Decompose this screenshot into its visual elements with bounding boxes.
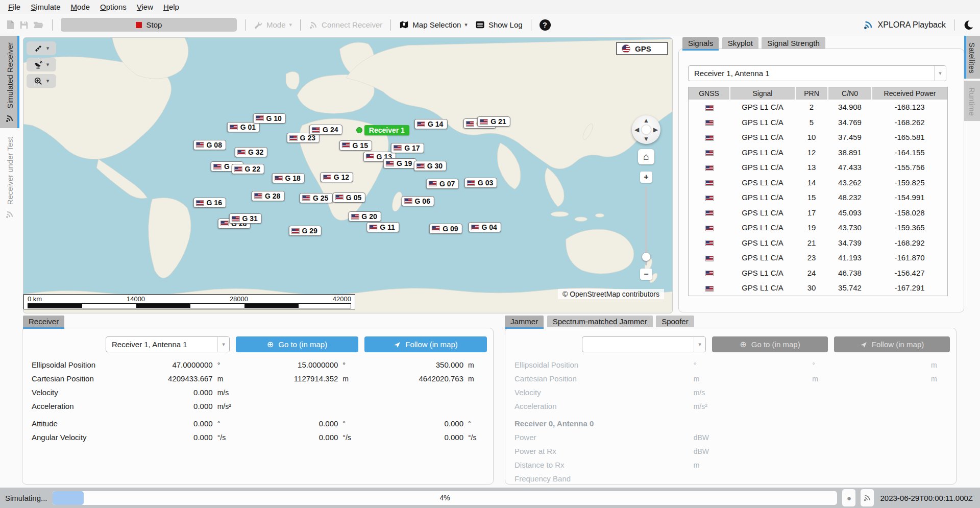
- signal-row[interactable]: GPS L1 C/A1238.891-164.155: [689, 145, 948, 160]
- new-file-icon[interactable]: [6, 20, 15, 30]
- signal-row[interactable]: GPS L1 C/A2134.739-168.292: [689, 235, 948, 251]
- satellite-marker[interactable]: G 31: [229, 213, 261, 224]
- signal-row[interactable]: GPS L1 C/A1745.093-158.028: [689, 205, 948, 221]
- satellite-marker[interactable]: G 05: [333, 192, 365, 203]
- satellite-marker[interactable]: G 32: [235, 147, 267, 157]
- signal-row[interactable]: GPS L1 C/A3035.742-167.291: [689, 280, 948, 296]
- pan-up-icon[interactable]: ▲: [643, 117, 649, 124]
- goto-in-map-button[interactable]: ⊕ Go to (in map): [236, 336, 358, 352]
- signal-row[interactable]: GPS L1 C/A1548.232-154.991: [689, 190, 948, 205]
- tab-receiver[interactable]: Receiver: [23, 316, 64, 327]
- record-button[interactable]: ●: [842, 489, 855, 506]
- signal-row[interactable]: GPS L1 C/A1347.433-155.756: [689, 160, 948, 175]
- tab-jammer[interactable]: Jammer: [505, 316, 544, 327]
- satellite-marker[interactable]: G 28: [252, 191, 284, 201]
- dark-mode-moon-icon[interactable]: [963, 19, 974, 31]
- menu-view[interactable]: View: [132, 1, 158, 13]
- signal-row[interactable]: GPS L1 C/A234.908-168.123: [689, 100, 948, 115]
- save-icon[interactable]: [19, 20, 29, 30]
- satellite-marker[interactable]: G 15: [339, 140, 372, 151]
- satellite-marker[interactable]: G 06: [402, 196, 434, 206]
- map-selection-button[interactable]: Map Selection ▾: [399, 20, 468, 30]
- signal-row[interactable]: GPS L1 C/A1943.730-159.365: [689, 220, 948, 235]
- rail-tab-satellites[interactable]: Satellites: [964, 36, 980, 79]
- satellite-marker[interactable]: G 07: [426, 179, 459, 189]
- zoom-in-button[interactable]: +: [640, 172, 652, 183]
- col-header-gnss[interactable]: GNSS: [689, 87, 730, 100]
- rail-tab-receiver-under-test[interactable]: Receiver under Test: [0, 130, 19, 224]
- tab-signal-strength[interactable]: Signal Strength: [762, 37, 825, 49]
- menu-help[interactable]: Help: [158, 1, 184, 13]
- connect-receiver-button[interactable]: Connect Receiver: [309, 20, 382, 30]
- simulated-receiver-icon: [5, 114, 14, 123]
- stop-button[interactable]: Stop: [61, 18, 237, 32]
- receiver-antenna-select[interactable]: Receiver 1, Antenna 1 ▾: [688, 65, 946, 81]
- help-icon[interactable]: ?: [540, 19, 551, 31]
- satellite-marker[interactable]: G 12: [321, 172, 353, 182]
- menu-file[interactable]: File: [3, 1, 26, 13]
- signal-row[interactable]: GPS L1 C/A1443.262-159.825: [689, 175, 948, 190]
- satellite-marker[interactable]: G 24: [309, 125, 342, 135]
- map-home-button[interactable]: ⌂: [638, 149, 654, 164]
- follow-in-map-button[interactable]: Follow (in map): [364, 336, 487, 352]
- signal-row[interactable]: GPS L1 C/A2446.738-156.427: [689, 265, 948, 281]
- receiver-select[interactable]: Receiver 1, Antenna 1 ▾: [106, 336, 230, 352]
- satellite-marker[interactable]: G 25: [300, 193, 332, 203]
- pan-left-icon[interactable]: ◀: [634, 127, 639, 133]
- jammer-goto-in-map-button[interactable]: ⊕ Go to (in map): [712, 336, 828, 352]
- world-map[interactable]: G 08G 16G 27G 26G 01G 31G 22G 32G 28G 10…: [23, 37, 673, 313]
- menu-options[interactable]: Options: [95, 1, 132, 13]
- dish-antenna-button[interactable]: ▾: [27, 58, 56, 71]
- zoom-out-button[interactable]: −: [640, 269, 652, 280]
- pan-right-icon[interactable]: ▶: [653, 127, 658, 133]
- rail-tab-runtime[interactable]: Runtime: [964, 81, 980, 121]
- rail-tab-simulated-receiver[interactable]: Simulated Receiver: [0, 36, 19, 128]
- tab-skyplot[interactable]: Skyplot: [722, 37, 758, 49]
- satellite-layer-button[interactable]: ▾: [27, 41, 56, 55]
- satellite-marker[interactable]: G 14: [414, 119, 447, 129]
- us-flag-icon: [335, 195, 344, 200]
- satellite-marker[interactable]: G 10: [253, 113, 286, 124]
- satellite-marker[interactable]: G 16: [193, 198, 226, 208]
- zoom-slider-handle[interactable]: [642, 252, 651, 261]
- satellite-marker[interactable]: G 03: [464, 178, 497, 188]
- satellite-marker[interactable]: G 17: [391, 143, 424, 153]
- menu-simulate[interactable]: Simulate: [26, 1, 65, 13]
- satellite-marker[interactable]: G 09: [429, 224, 462, 234]
- menu-mode[interactable]: Mode: [66, 1, 95, 13]
- signal-row[interactable]: GPS L1 C/A534.769-168.262: [689, 115, 948, 130]
- zoom-mode-button[interactable]: ▾: [27, 74, 56, 88]
- open-folder-icon[interactable]: [33, 20, 44, 29]
- satellite-marker[interactable]: G 04: [468, 222, 501, 232]
- satellite-marker[interactable]: G 22: [232, 164, 264, 174]
- satellite-marker[interactable]: G 18: [272, 173, 304, 183]
- satellite-marker[interactable]: G 01: [227, 122, 260, 132]
- satellite-marker[interactable]: G 29: [288, 226, 321, 236]
- satellite-marker[interactable]: G 21: [477, 116, 510, 127]
- satellite-marker[interactable]: G 11: [366, 222, 399, 232]
- col-header-signal[interactable]: Signal: [730, 87, 795, 100]
- col-header-prn[interactable]: PRN: [795, 87, 828, 100]
- satellite-marker[interactable]: G 30: [414, 161, 447, 171]
- satellite-marker-label: G 14: [428, 120, 443, 128]
- tab-spectrum-matched-jammer[interactable]: Spectrum-matched Jammer: [547, 316, 653, 327]
- signal-status-button[interactable]: [861, 489, 874, 506]
- jammer-select[interactable]: ▾: [582, 336, 706, 352]
- signal-row[interactable]: GPS L1 C/A1037.459-165.581: [689, 130, 948, 145]
- jammer-follow-in-map-button[interactable]: Follow (in map): [834, 336, 950, 352]
- col-header-received-power[interactable]: Received Power: [872, 87, 948, 100]
- row-unit: dBW: [689, 447, 718, 455]
- satellite-marker[interactable]: G 20: [348, 211, 381, 222]
- show-log-button[interactable]: Show Log: [475, 20, 523, 30]
- pan-down-icon[interactable]: ▼: [643, 136, 649, 142]
- gps-legend[interactable]: GPS: [616, 42, 668, 55]
- tab-spoofer[interactable]: Spoofer: [656, 316, 694, 327]
- satellite-marker[interactable]: G 19: [383, 158, 416, 168]
- satellite-marker[interactable]: G 08: [193, 140, 226, 150]
- receiver-marker[interactable]: Receiver 1: [356, 125, 409, 135]
- signal-row[interactable]: GPS L1 C/A2341.193-161.870: [689, 250, 948, 265]
- mode-button[interactable]: Mode ▾: [254, 20, 292, 30]
- col-header-cn0[interactable]: C/N0: [828, 87, 872, 100]
- tab-signals[interactable]: Signals: [682, 37, 719, 49]
- map-pan-control[interactable]: ▲ ▼ ◀ ▶: [632, 115, 660, 144]
